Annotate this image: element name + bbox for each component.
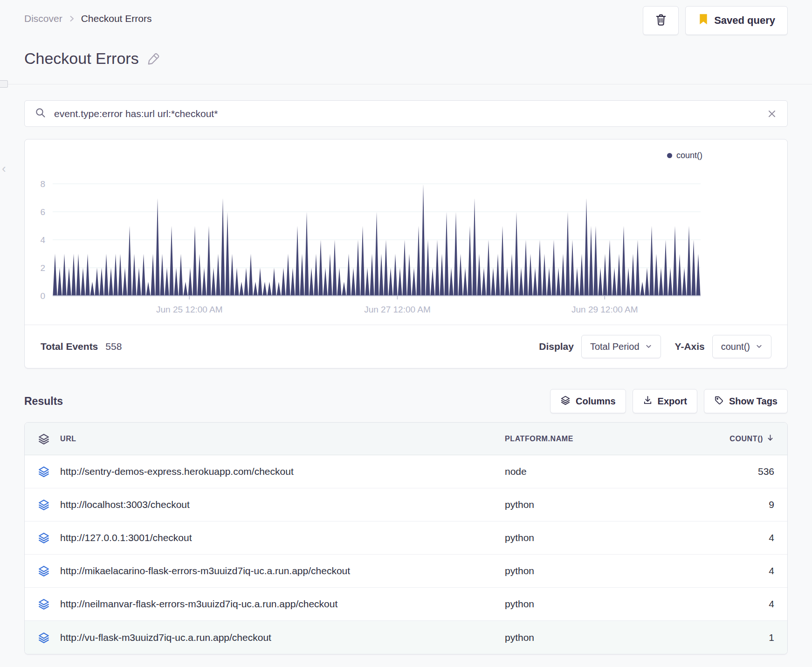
table-row[interactable]: http://sentry-demos-express.herokuapp.co… — [25, 455, 787, 488]
export-button[interactable]: Export — [633, 389, 697, 413]
chevron-down-icon — [756, 341, 763, 352]
columns-button[interactable]: Columns — [550, 389, 626, 413]
events-chart-panel: count() 02468Jun 25 12:00 AMJun 27 12:00… — [24, 139, 788, 368]
count-cell[interactable]: 1 — [687, 632, 787, 643]
url-cell[interactable]: http://neilmanvar-flask-errors-m3uuizd7i… — [60, 598, 505, 610]
breadcrumb-current: Checkout Errors — [81, 13, 152, 24]
count-cell[interactable]: 536 — [687, 466, 787, 477]
page-title: Checkout Errors — [24, 49, 139, 68]
results-table: URL PLATFORM.NAME COUNT() http://sentry-… — [24, 422, 788, 654]
events-chart-svg: 02468Jun 25 12:00 AMJun 27 12:00 AMJun 2… — [25, 163, 701, 319]
url-cell[interactable]: http://mikaelacarino-flask-errors-m3uuiz… — [60, 565, 505, 577]
results-title: Results — [24, 395, 63, 408]
count-cell[interactable]: 9 — [687, 499, 787, 510]
yaxis-dropdown[interactable]: count() — [712, 335, 771, 358]
platform-cell[interactable]: python — [505, 499, 687, 510]
download-icon — [643, 395, 653, 408]
column-header-count-label: COUNT() — [729, 435, 763, 443]
chart-legend[interactable]: count() — [667, 151, 702, 160]
platform-cell[interactable]: python — [505, 565, 687, 577]
saved-query-button[interactable]: Saved query — [685, 6, 788, 35]
layers-icon — [25, 499, 60, 511]
layers-icon — [25, 532, 60, 544]
platform-cell[interactable]: python — [505, 532, 687, 543]
results-table-body: http://sentry-demos-express.herokuapp.co… — [25, 455, 787, 654]
export-button-label: Export — [658, 396, 687, 407]
svg-text:6: 6 — [40, 207, 45, 217]
title-row: Checkout Errors — [24, 49, 160, 68]
count-cell[interactable]: 4 — [687, 598, 787, 610]
yaxis-label: Y-Axis — [675, 341, 705, 352]
sidebar-resize-handle[interactable] — [0, 80, 8, 88]
svg-text:0: 0 — [40, 291, 45, 301]
display-dropdown-value: Total Period — [590, 341, 640, 352]
section-divider — [0, 84, 812, 84]
chevron-down-icon — [645, 341, 652, 352]
clear-search-icon[interactable] — [767, 109, 777, 119]
column-header-platform[interactable]: PLATFORM.NAME — [505, 435, 687, 443]
table-header-row: URL PLATFORM.NAME COUNT() — [25, 423, 787, 455]
chart-footer: Total Events 558 Display Total Period Y-… — [25, 325, 787, 368]
url-cell[interactable]: http://127.0.0.1:3001/checkout — [60, 532, 505, 543]
svg-text:Jun 27 12:00 AM: Jun 27 12:00 AM — [364, 305, 431, 314]
delete-query-button[interactable] — [643, 6, 679, 35]
display-dropdown[interactable]: Total Period — [581, 335, 661, 358]
svg-text:Jun 29 12:00 AM: Jun 29 12:00 AM — [571, 305, 638, 314]
show-tags-button[interactable]: Show Tags — [704, 389, 788, 413]
sort-descending-icon — [766, 433, 774, 444]
layers-icon — [25, 598, 60, 610]
count-cell[interactable]: 4 — [687, 565, 787, 577]
column-header-count[interactable]: COUNT() — [687, 433, 787, 444]
table-row[interactable]: http://vu-flask-m3uuizd7iq-uc.a.run.app/… — [25, 621, 787, 654]
events-chart[interactable]: 02468Jun 25 12:00 AMJun 27 12:00 AMJun 2… — [25, 163, 701, 321]
legend-series-label: count() — [676, 151, 702, 160]
chevron-right-icon — [68, 14, 76, 23]
legend-series-dot — [667, 153, 672, 158]
show-tags-button-label: Show Tags — [729, 396, 778, 407]
tag-icon — [714, 395, 724, 408]
total-events-value: 558 — [105, 341, 122, 352]
yaxis-dropdown-value: count() — [721, 341, 750, 352]
layers-icon — [25, 565, 60, 577]
platform-cell[interactable]: node — [505, 466, 687, 477]
total-events-label: Total Events — [41, 341, 98, 352]
bookmark-icon — [698, 13, 709, 28]
saved-query-label: Saved query — [714, 14, 775, 27]
display-label: Display — [539, 341, 574, 352]
table-row[interactable]: http://localhost:3003/checkoutpython9 — [25, 488, 787, 521]
layers-icon[interactable] — [25, 433, 60, 445]
url-cell[interactable]: http://localhost:3003/checkout — [60, 499, 505, 510]
results-header: Results Columns Export Show Tags — [24, 389, 788, 413]
count-cell[interactable]: 4 — [687, 532, 787, 543]
svg-text:8: 8 — [40, 179, 45, 189]
search-bar — [24, 100, 788, 127]
trash-icon — [654, 13, 667, 28]
platform-cell[interactable]: python — [505, 632, 687, 643]
platform-cell[interactable]: python — [505, 598, 687, 610]
total-events: Total Events 558 — [41, 341, 122, 352]
column-header-url[interactable]: URL — [60, 435, 505, 443]
svg-text:2: 2 — [40, 263, 45, 273]
table-row[interactable]: http://neilmanvar-flask-errors-m3uuizd7i… — [25, 588, 787, 621]
url-cell[interactable]: http://vu-flask-m3uuizd7iq-uc.a.run.app/… — [60, 632, 505, 643]
header-actions: Saved query — [643, 6, 788, 35]
url-cell[interactable]: http://sentry-demos-express.herokuapp.co… — [60, 466, 505, 477]
sidebar-collapse-icon[interactable]: ‹ — [2, 161, 6, 176]
edit-pencil-icon[interactable] — [146, 51, 160, 66]
svg-text:Jun 25 12:00 AM: Jun 25 12:00 AM — [156, 305, 223, 314]
svg-text:4: 4 — [40, 235, 45, 245]
results-actions: Columns Export Show Tags — [550, 389, 788, 413]
table-row[interactable]: http://127.0.0.1:3001/checkoutpython4 — [25, 521, 787, 555]
columns-button-label: Columns — [576, 396, 616, 407]
search-icon — [35, 107, 46, 120]
layers-icon — [25, 632, 60, 644]
breadcrumb-discover-link[interactable]: Discover — [24, 13, 62, 24]
chart-controls: Display Total Period Y-Axis count() — [532, 335, 771, 358]
breadcrumb: Discover Checkout Errors — [24, 13, 151, 24]
layers-icon — [560, 395, 571, 408]
search-input[interactable] — [54, 108, 759, 119]
table-row[interactable]: http://mikaelacarino-flask-errors-m3uuiz… — [25, 555, 787, 588]
layers-icon — [25, 466, 60, 478]
